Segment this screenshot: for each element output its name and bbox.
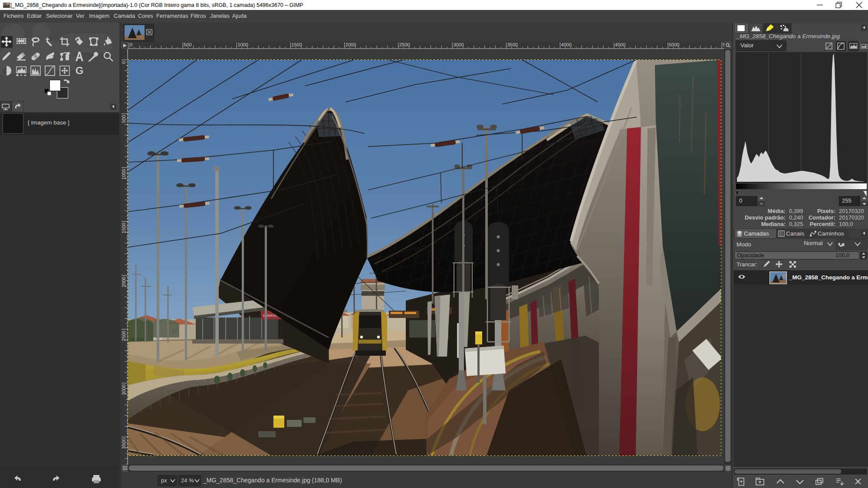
svg-text:5000: 5000 — [669, 42, 679, 47]
svg-text:3500: 3500 — [121, 438, 126, 449]
svg-text:G: G — [76, 65, 84, 76]
svg-text:500: 500 — [121, 115, 126, 123]
svg-text:2000: 2000 — [121, 277, 126, 287]
svg-text:4000: 4000 — [561, 42, 572, 47]
svg-text:2000: 2000 — [345, 42, 356, 47]
svg-text:0: 0 — [130, 42, 132, 47]
svg-text:3000: 3000 — [453, 42, 464, 47]
svg-text:2500: 2500 — [399, 42, 410, 47]
svg-text:1000: 1000 — [237, 42, 248, 47]
svg-text:500: 500 — [184, 42, 191, 47]
svg-text:4500: 4500 — [615, 42, 625, 47]
svg-text:3500: 3500 — [507, 42, 517, 47]
svg-text:2500: 2500 — [121, 331, 126, 341]
svg-text:1500: 1500 — [121, 223, 126, 233]
svg-text:3000: 3000 — [121, 384, 126, 395]
svg-text:1500: 1500 — [292, 42, 302, 47]
svg-text:1000: 1000 — [121, 169, 126, 179]
svg-text:0: 0 — [121, 61, 126, 64]
